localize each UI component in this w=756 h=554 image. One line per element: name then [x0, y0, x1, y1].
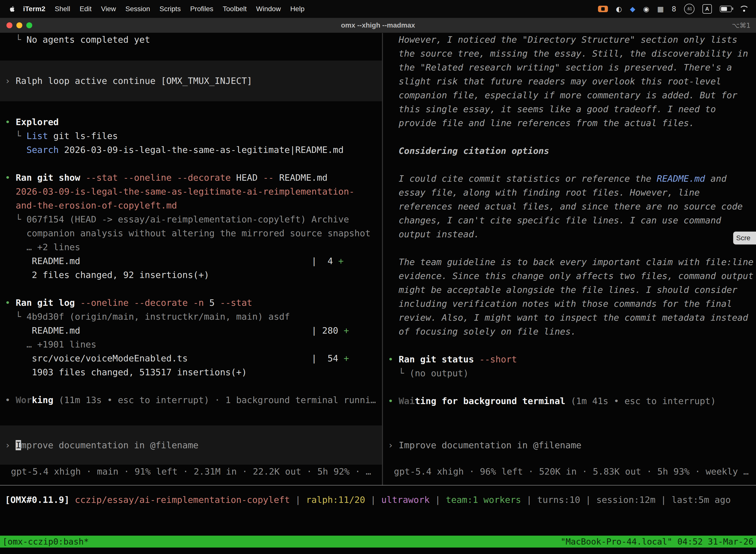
text-segment: README.md | 4: [5, 256, 338, 266]
menu-toolbelt[interactable]: Toolbelt: [218, 5, 252, 13]
text-segment: └: [5, 131, 26, 141]
text-segment: 1903 files changed, 513517 insertions(+): [5, 367, 247, 377]
terminal-line: might be acceptable alongside the file l…: [383, 283, 756, 297]
battery-percentage-icon[interactable]: .61: [684, 4, 694, 14]
menu-help[interactable]: Help: [286, 5, 309, 13]
prompt-input-left[interactable]: › Improve documentation in @filename: [0, 426, 382, 465]
text-segment: [5, 145, 26, 155]
text-segment: +: [343, 325, 349, 336]
terminal-line: • Waiting for background terminal (1m 41…: [383, 394, 756, 408]
text-segment: Ran: [398, 354, 420, 365]
right-model-status-line: gpt-5.4 xhigh · 96% left · 520K in · 5.8…: [383, 465, 756, 479]
menu-session[interactable]: Session: [121, 5, 155, 13]
terminal-line: └ 4b9d30f (origin/main, instructkr/main,…: [0, 310, 382, 324]
text-segment: 067f154 (HEAD -> essay/ai-reimplementati…: [26, 214, 349, 224]
text-segment: └: [5, 312, 26, 322]
apple-menu-icon[interactable]: [8, 5, 16, 13]
text-segment: and: [705, 173, 727, 184]
display-icon[interactable]: ◐: [616, 5, 622, 13]
terminal-line: the "Related research writing" section i…: [383, 61, 756, 74]
terminal-line: 2026-03-09-is-legal-the-same-as-legitima…: [0, 185, 382, 199]
left-model-status-line: gpt-5.4 xhigh · main · 91% left · 2.31M …: [0, 465, 382, 479]
battery-icon[interactable]: [720, 6, 732, 12]
right-terminal-pane[interactable]: However, I noticed the "Directory Struct…: [383, 33, 756, 485]
text-segment: •: [5, 172, 16, 183]
terminal-line: [0, 47, 382, 61]
text-segment: └: [5, 35, 26, 45]
menu-view[interactable]: View: [96, 5, 121, 13]
text-segment: turns:10: [537, 495, 580, 505]
terminal-line: • Ran git show --stat --oneline --decora…: [0, 171, 382, 185]
terminal-line: 2 files changed, 92 insertions(+): [0, 268, 382, 282]
terminal-line: [0, 379, 382, 393]
text-segment: git status: [420, 354, 479, 365]
terminal-line: [383, 241, 756, 255]
shortcuts-icon[interactable]: ◆: [630, 5, 635, 13]
password-manager-icon[interactable]: ◉: [643, 5, 649, 13]
text-segment: … +2 lines: [5, 242, 80, 252]
terminal-line: [0, 282, 382, 296]
text-segment: git show: [37, 172, 85, 183]
left-pane-scrollback-top: └ No agents completed yet: [0, 33, 382, 61]
input-source-icon[interactable]: A: [702, 4, 712, 14]
app-grid-icon[interactable]: ▦: [657, 5, 664, 13]
terminal-line: 1903 files changed, 513517 insertions(+): [0, 365, 382, 379]
text-segment: --short: [479, 354, 517, 365]
terminal-line: [383, 380, 756, 394]
text-segment: |: [365, 495, 381, 505]
text-segment: Wor: [16, 395, 32, 405]
menu-iterm2[interactable]: iTerm2: [18, 5, 50, 13]
terminal-line: [383, 339, 756, 352]
close-window-button[interactable]: [6, 22, 12, 28]
text-segment: |: [655, 495, 672, 505]
menu-edit[interactable]: Edit: [75, 5, 96, 13]
screenshot-edge-button[interactable]: Scre: [733, 232, 756, 244]
right-pane-scrollback: However, I noticed the "Directory Struct…: [383, 33, 756, 408]
zoom-window-button[interactable]: [26, 22, 32, 28]
text-segment: •: [5, 117, 16, 127]
left-pane-scrollback: • Explored └ List git ls-files Search 20…: [0, 101, 382, 407]
text-segment: •: [388, 354, 398, 365]
text-segment: •: [388, 396, 398, 406]
text-segment: git log: [37, 297, 80, 308]
wifi-icon[interactable]: [740, 6, 749, 12]
minimize-window-button[interactable]: [16, 22, 22, 28]
text-segment: ting for background terminal: [415, 396, 565, 406]
text-segment: |: [580, 495, 596, 505]
text-segment: README.md | 280: [5, 325, 343, 336]
terminal-line: [0, 157, 382, 171]
stats-icon[interactable]: 8: [672, 5, 676, 13]
prompt-input-right[interactable]: › Improve documentation in @filename: [383, 426, 756, 465]
terminal-line: └ (no output): [383, 366, 756, 380]
input-text: Improve documentation in @filename: [398, 440, 581, 450]
menu-window[interactable]: Window: [252, 5, 286, 13]
text-segment: I could cite commit statistics or refere…: [388, 173, 657, 184]
text-segment: and-the-erosion-of-copyleft.md: [16, 200, 177, 211]
text-segment: cczip/essay/ai-reimplementation-copyleft: [75, 495, 290, 505]
text-segment: Considering citation options: [388, 146, 549, 156]
terminal-line: output instead.: [383, 227, 756, 241]
text-segment: ›: [5, 76, 16, 86]
text-segment: ultrawork: [381, 495, 430, 505]
text-segment: king: [32, 395, 53, 405]
terminal-line: … +1901 lines: [0, 338, 382, 351]
terminal-line: Considering citation options: [383, 144, 756, 158]
terminal-line: └ List git ls-files: [0, 129, 382, 143]
text-segment: [5, 200, 16, 211]
window-title-bar[interactable]: omx --xhigh --madmax ⌥⌘1: [0, 18, 756, 33]
screen-recording-indicator-icon[interactable]: [598, 6, 608, 12]
text-segment: Ralph loop active continue [OMX_TMUX_INJ…: [16, 76, 252, 86]
tmux-host-clock-label: "MacBook-Pro-44.local" 04:52 31-Mar-26: [561, 537, 754, 547]
text-segment: +: [343, 353, 349, 364]
terminal-line: [0, 101, 382, 115]
text-segment: |: [521, 495, 537, 505]
menu-profiles[interactable]: Profiles: [186, 5, 218, 13]
text-segment: the "Related research writing" section i…: [388, 62, 732, 72]
text-segment: 2 files changed, 92 insertions(+): [5, 270, 209, 280]
text-segment: +: [338, 256, 344, 266]
terminal-line: However, I noticed the "Directory Struct…: [383, 33, 756, 47]
menu-shell[interactable]: Shell: [50, 5, 75, 13]
terminal-panes: └ No agents completed yet › Ralph loop a…: [0, 33, 756, 485]
left-terminal-pane[interactable]: └ No agents completed yet › Ralph loop a…: [0, 33, 382, 485]
menu-scripts[interactable]: Scripts: [155, 5, 186, 13]
